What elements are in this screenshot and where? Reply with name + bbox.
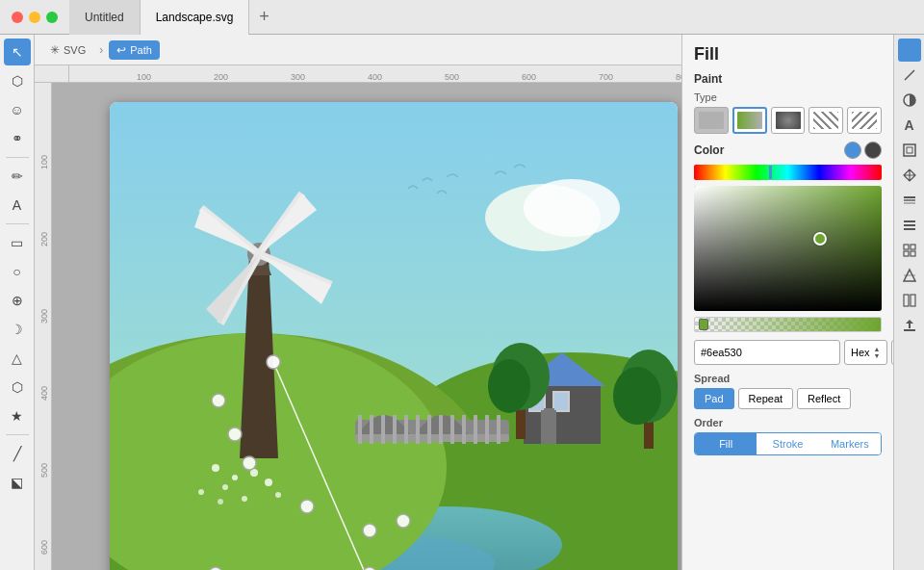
- canvas-scroll[interactable]: 100 200 300 400 500 600: [35, 83, 681, 570]
- hex-format-selector[interactable]: Hex ▲ ▼: [844, 340, 887, 365]
- ruler-mark-500: 500: [445, 72, 459, 82]
- spread-pad[interactable]: Pad: [694, 388, 734, 409]
- ruler-mark-100: 100: [137, 72, 151, 82]
- color-row: Color: [694, 142, 882, 159]
- color-gradient-picker[interactable]: [694, 186, 882, 311]
- crescent-tool[interactable]: ☽: [4, 316, 31, 343]
- svg-rect-78: [904, 245, 909, 249]
- node-tool[interactable]: ⬡: [4, 67, 31, 94]
- svg-point-55: [198, 489, 204, 495]
- sidebar-frame-icon[interactable]: [898, 139, 921, 162]
- svg-rect-80: [904, 251, 909, 256]
- polygon-tool[interactable]: ⬡: [4, 374, 31, 401]
- ruler-vertical: 100 200 300 400 500 600: [35, 83, 52, 570]
- traffic-lights: [0, 12, 69, 23]
- group-tool[interactable]: ⚭: [4, 125, 31, 152]
- close-button[interactable]: [12, 12, 23, 23]
- ruler-mark-800: 800: [676, 72, 681, 82]
- minimize-button[interactable]: [29, 12, 40, 23]
- type-buttons: [694, 107, 882, 134]
- color-swatch-blue[interactable]: [844, 142, 861, 159]
- titlebar: Untitled Landscape.svg +: [0, 0, 924, 35]
- sidebar-contrast-icon[interactable]: [898, 89, 921, 112]
- type-label: Type: [694, 91, 882, 103]
- landscape-svg: [110, 102, 678, 570]
- tab-untitled[interactable]: Untitled: [69, 0, 141, 35]
- star2-tool[interactable]: ⊕: [4, 287, 31, 314]
- svg-rect-81: [911, 251, 915, 256]
- maximize-button[interactable]: [46, 12, 58, 23]
- ruler-mark-200: 200: [214, 72, 228, 82]
- sidebar-text-icon[interactable]: A: [898, 114, 921, 137]
- spread-buttons: Pad Repeat Reflect: [694, 388, 882, 409]
- spectrum-indicator: [769, 166, 772, 179]
- svg-point-52: [275, 492, 281, 498]
- ruler-v-300: 300: [39, 309, 49, 324]
- svg-rect-13: [381, 415, 385, 444]
- rect-tool[interactable]: ▭: [4, 229, 31, 256]
- spread-reflect[interactable]: Reflect: [797, 388, 851, 409]
- svg-point-2: [524, 179, 620, 237]
- ellipse-tool[interactable]: ○: [4, 258, 31, 285]
- svg-rect-20: [462, 415, 466, 444]
- ruler-mark-400: 400: [368, 72, 382, 82]
- type-radial[interactable]: [771, 107, 806, 134]
- sidebar-list-icon[interactable]: [898, 214, 921, 237]
- type-flat[interactable]: [694, 107, 729, 134]
- svg-canvas[interactable]: [110, 102, 678, 570]
- triangle-tool[interactable]: △: [4, 345, 31, 372]
- order-markers[interactable]: Markers: [819, 433, 881, 454]
- svg-rect-27: [541, 408, 556, 444]
- type-linear[interactable]: [732, 107, 767, 134]
- spread-repeat[interactable]: Repeat: [738, 388, 793, 409]
- svg-rect-16: [416, 415, 420, 444]
- person-tool[interactable]: ☺: [4, 96, 31, 123]
- transform-tool[interactable]: ⬕: [4, 469, 31, 496]
- select-tool[interactable]: ↖: [4, 39, 31, 65]
- tab-landscape[interactable]: Landscape.svg: [141, 0, 250, 35]
- svg-rect-84: [904, 295, 909, 306]
- type-section: Type: [694, 91, 882, 134]
- spread-section: Spread Pad Repeat Reflect: [694, 373, 882, 409]
- sidebar-stroke-icon[interactable]: [898, 64, 921, 87]
- ruler-v-600: 600: [39, 540, 49, 555]
- breadcrumb-path[interactable]: ↩ Path: [109, 40, 160, 60]
- sidebar-move-icon[interactable]: [898, 164, 921, 187]
- type-pattern[interactable]: [808, 107, 843, 134]
- svg-rect-11: [358, 415, 362, 444]
- hex-input[interactable]: [694, 340, 840, 365]
- sidebar-grid-icon[interactable]: [898, 239, 921, 262]
- canvas-viewport[interactable]: [52, 83, 681, 570]
- svg-point-68: [904, 44, 915, 56]
- svg-rect-15: [404, 415, 408, 444]
- sidebar-layers-icon[interactable]: [898, 189, 921, 212]
- star-tool[interactable]: ★: [4, 402, 31, 429]
- sidebar-fill-icon[interactable]: [898, 39, 921, 62]
- svg-rect-19: [450, 415, 454, 444]
- order-fill[interactable]: Fill: [695, 433, 757, 454]
- svg-point-47: [212, 464, 219, 472]
- svg-rect-23: [497, 415, 500, 444]
- right-sidebar: A: [893, 35, 924, 570]
- svg-rect-70: [904, 144, 915, 156]
- order-stroke[interactable]: Stroke: [757, 433, 818, 454]
- type-swatch[interactable]: [847, 107, 882, 134]
- tab-bar: Untitled Landscape.svg +: [69, 0, 924, 35]
- add-tab-button[interactable]: +: [249, 0, 278, 35]
- order-tabs: Fill Stroke Markers: [694, 432, 882, 455]
- ruler-corner: [35, 65, 69, 83]
- pencil-tool[interactable]: ✏: [4, 163, 31, 190]
- sidebar-export-icon[interactable]: [898, 314, 921, 337]
- line-tool[interactable]: ╱: [4, 440, 31, 467]
- color-swatch-dark[interactable]: [864, 142, 882, 159]
- alpha-section: [694, 317, 882, 332]
- sidebar-mask-icon[interactable]: [898, 264, 921, 287]
- gradient-indicator: [813, 232, 827, 246]
- breadcrumb-svg[interactable]: ✳ SVG: [42, 40, 93, 60]
- spectrum-bar[interactable]: [694, 165, 882, 180]
- alpha-bar[interactable]: [694, 317, 882, 332]
- svg-rect-18: [439, 415, 443, 444]
- spread-label: Spread: [694, 373, 882, 384]
- sidebar-panel-icon[interactable]: [898, 289, 921, 312]
- text-tool[interactable]: A: [4, 192, 31, 219]
